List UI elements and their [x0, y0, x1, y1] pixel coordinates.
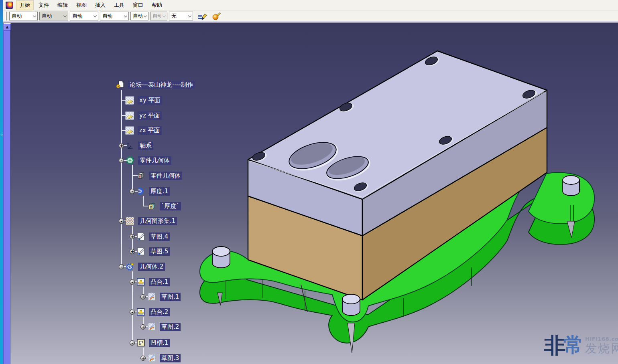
thickness-icon — [136, 187, 145, 196]
expander-icon[interactable]: - — [130, 309, 135, 315]
geometrical-set-icon — [126, 216, 134, 225]
expander-icon[interactable]: - — [130, 189, 135, 194]
tree-item-pocket-1[interactable]: - 凹槽.1 — [130, 338, 170, 348]
expander-icon[interactable]: + — [140, 294, 146, 299]
tree-item-label[interactable]: `厚度` — [160, 202, 181, 210]
tree-item-sketch-5[interactable]: + 草图.5 — [130, 246, 170, 257]
window-edge-strip — [0, 0, 3, 364]
tree-connector-line — [121, 90, 122, 267]
tree-connector-line — [143, 196, 144, 206]
specification-tree: 论坛---泰山神龙----制作 xy 平面 yz 平面 zx 平面 + 轴系 -… — [0, 0, 241, 364]
post-right — [563, 176, 579, 196]
toolbar-grip-handle[interactable] — [5, 12, 7, 20]
menu-tools[interactable]: 工具 — [110, 0, 128, 10]
line-weight-combo[interactable]: 自动 — [100, 12, 129, 20]
tree-item-label[interactable]: 零件几何体 — [138, 156, 171, 165]
pad-icon — [136, 307, 145, 316]
tree-item-label[interactable]: 草图.5 — [149, 247, 170, 256]
tree-item-geoset-1[interactable]: - 几何图形集.1 — [119, 216, 177, 226]
tree-item-label[interactable]: 几何图形集.1 — [138, 217, 177, 225]
scroll-up-button[interactable]: ▲ — [4, 23, 11, 30]
chevron-down-icon — [92, 12, 98, 20]
sketch-hidden-icon — [147, 322, 156, 331]
post-front — [342, 294, 360, 315]
menu-view[interactable]: 视图 — [73, 0, 90, 10]
expander-icon[interactable]: + — [119, 143, 124, 148]
menu-start[interactable]: 开始 — [16, 0, 34, 10]
sketch-hidden-icon — [147, 292, 156, 301]
plane-icon — [125, 111, 134, 120]
menu-insert[interactable]: 插入 — [91, 0, 109, 10]
tree-item-label[interactable]: 零件几何体 — [149, 172, 182, 180]
menu-window[interactable]: 窗口 — [129, 0, 147, 10]
tree-item-label[interactable]: zx 平面 — [138, 126, 162, 135]
tree-item-label[interactable]: 凹槽.1 — [149, 339, 170, 347]
tree-item-pad-1[interactable]: - 凸台.1 — [130, 277, 170, 287]
render-style-combo: 自动 — [150, 12, 167, 20]
tree-item-label[interactable]: 凸台.2 — [149, 308, 170, 316]
expander-icon[interactable]: + — [130, 249, 135, 254]
tree-item-label[interactable]: 轴系 — [138, 142, 153, 150]
tree-item-yz-plane[interactable]: yz 平面 — [125, 110, 162, 121]
tree-item-label[interactable]: 厚度.1 — [149, 187, 170, 196]
expander-icon[interactable]: - — [119, 158, 124, 163]
tree-item-root[interactable]: 论坛---泰山神龙----制作 — [116, 79, 195, 90]
tree-item-label[interactable]: 几何体.2 — [138, 263, 165, 271]
layer-combo[interactable]: 无 — [169, 12, 193, 20]
tree-item-pad-2[interactable]: - 凸台.2 — [130, 307, 170, 317]
tree-item-sketch-3[interactable]: + 草图.3 — [140, 353, 181, 363]
tree-item-label[interactable]: 草图.2 — [160, 323, 181, 331]
tree-item-zx-plane[interactable]: zx 平面 — [125, 125, 162, 135]
fill-color-combo[interactable]: 自动 — [9, 12, 38, 20]
application-window: 非 常 HIFI168.com 发烧网 — [0, 0, 618, 364]
line-color-combo[interactable]: 自动 — [70, 12, 98, 20]
tree-item-label[interactable]: 论坛---泰山神龙----制作 — [128, 81, 195, 89]
tree-item-thickness-quoted[interactable]: `厚度` — [147, 201, 181, 211]
chevron-down-icon — [32, 12, 37, 20]
vertical-scrollbar[interactable]: ▲ — [3, 23, 10, 364]
tree-item-label[interactable]: 草图.1 — [160, 293, 181, 301]
tree-item-sketch-1[interactable]: + 草图.1 — [140, 291, 181, 302]
tree-item-label[interactable]: 草图.3 — [160, 354, 181, 362]
expander-icon[interactable]: - — [119, 218, 124, 224]
tree-item-sketch-2[interactable]: + 草图.2 — [140, 322, 181, 332]
expander-icon[interactable]: - — [130, 279, 135, 285]
tree-item-xy-plane[interactable]: xy 平面 — [125, 95, 162, 105]
tree-item-label[interactable]: 草图.4 — [149, 233, 170, 241]
chevron-down-icon — [62, 12, 68, 20]
axis-system-icon — [126, 141, 134, 150]
sketch-icon — [136, 232, 145, 241]
app-logo-icon[interactable] — [6, 2, 13, 9]
menu-edit[interactable]: 编辑 — [54, 0, 71, 10]
expander-icon[interactable]: + — [130, 234, 135, 239]
tree-item-thickness-1[interactable]: - 厚度.1 — [130, 186, 170, 196]
model-chassis-box[interactable] — [248, 51, 547, 300]
point-style-combo[interactable]: 自动 — [130, 12, 148, 20]
sketch-hidden-icon — [147, 354, 156, 362]
expander-icon[interactable]: - — [119, 264, 124, 269]
part-icon — [116, 80, 124, 89]
solid-cube-icon — [136, 171, 145, 180]
tree-item-label[interactable]: 凸台.1 — [149, 278, 170, 286]
tree-item-label[interactable]: yz 平面 — [138, 111, 162, 120]
pocket-icon — [136, 338, 145, 347]
expander-icon[interactable]: - — [130, 340, 135, 346]
format-brush-icon[interactable] — [197, 11, 208, 21]
tree-item-sketch-4[interactable]: + 草图.4 — [130, 231, 170, 242]
tree-item-partbody-solid[interactable]: 零件几何体 — [136, 170, 182, 181]
plane-icon — [125, 96, 134, 105]
tree-item-label[interactable]: xy 平面 — [138, 96, 162, 105]
tree-item-body-2[interactable]: - 几何体.2 — [119, 261, 165, 272]
opacity-combo[interactable]: 自动 — [39, 12, 68, 20]
body-icon — [126, 262, 134, 271]
sketch-icon — [136, 247, 145, 256]
menu-file[interactable]: 文件 — [35, 0, 53, 10]
tree-item-axis-system[interactable]: + 轴系 — [119, 140, 153, 151]
tree-item-partbody[interactable]: - 零件几何体 — [119, 155, 171, 166]
expander-icon[interactable]: + — [140, 324, 146, 330]
material-sphere-icon[interactable] — [211, 11, 222, 21]
pad-icon — [136, 277, 145, 286]
menu-help[interactable]: 帮助 — [148, 0, 166, 10]
chevron-down-icon — [142, 12, 148, 20]
expander-icon[interactable]: + — [140, 356, 146, 361]
